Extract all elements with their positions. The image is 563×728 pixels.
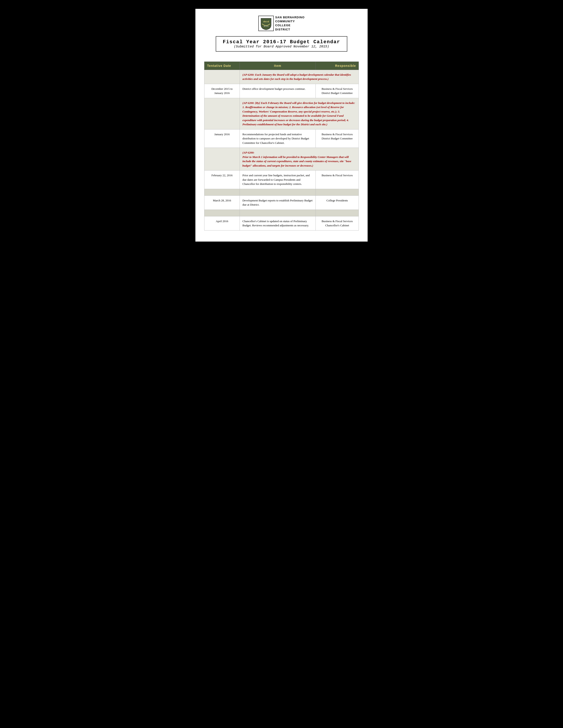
budget-table: Tentative Date Item Responsible (AP 6200… — [204, 62, 359, 231]
content-item-cell: Prior and current year line budgets, ins… — [240, 171, 316, 189]
org-name: San Bernardino Community College Distric… — [275, 15, 305, 32]
svg-text:sbccd: sbccd — [263, 20, 269, 23]
title-box: Fiscal Year 2016-17 Budget Calendar (Sub… — [216, 36, 347, 52]
content-date-cell: January 2016 — [204, 129, 240, 148]
table-row: March 28, 2016 Development Budget report… — [204, 195, 359, 210]
ap-item-cell: (AP 6200: Each January the Board will ad… — [240, 70, 359, 84]
logo-box: sbccd ★ ★ ★ — [258, 16, 274, 31]
ap-item-cell: (AP 6200:Prior to March 1 information wi… — [240, 148, 359, 171]
content-date-cell: April 2016 — [204, 216, 240, 230]
content-resp-cell: Business & Fiscal ServicesChancellor's C… — [316, 216, 359, 230]
table-row: (AP 6200: [By] Each February the Board w… — [204, 98, 359, 129]
empty-item-cell — [240, 210, 316, 216]
table-row: February 22, 2016 Prior and current year… — [204, 171, 359, 189]
table-row: (AP 6200:Prior to March 1 information wi… — [204, 148, 359, 171]
content-item-cell: Development Budget reports to establish … — [240, 195, 316, 210]
col-item-header: Item — [240, 62, 316, 70]
logo-icon: sbccd ★ ★ ★ — [259, 16, 273, 31]
table-row: December 2015 to January 2016 District o… — [204, 84, 359, 98]
empty-item-cell — [240, 189, 316, 195]
page-subtitle: (Submitted for Board Approved November 1… — [223, 45, 340, 49]
content-date-cell: March 28, 2016 — [204, 195, 240, 210]
header: sbccd ★ ★ ★ San Bernardino Community Col… — [204, 15, 359, 57]
content-date-cell: February 22, 2016 — [204, 171, 240, 189]
ap-item-cell: (AP 6200: [By] Each February the Board w… — [240, 98, 359, 129]
content-item-cell: Recommendations for projected funds and … — [240, 129, 316, 148]
ap-date-cell — [204, 98, 240, 129]
table-row: (AP 6200: Each January the Board will ad… — [204, 70, 359, 84]
table-row — [204, 210, 359, 216]
ap-date-cell — [204, 70, 240, 84]
empty-date-cell — [204, 210, 240, 216]
content-item-cell: District office development budget proce… — [240, 84, 316, 98]
table-row — [204, 189, 359, 195]
page-title: Fiscal Year 2016-17 Budget Calendar — [223, 39, 340, 45]
empty-resp-cell — [316, 210, 359, 216]
empty-resp-cell — [316, 189, 359, 195]
col-date-header: Tentative Date — [204, 62, 240, 70]
content-resp-cell: Business & Fiscal Services — [316, 171, 359, 189]
empty-date-cell — [204, 189, 240, 195]
col-resp-header: Responsible — [316, 62, 359, 70]
content-resp-cell: Business & Fiscal ServicesDistrict Budge… — [316, 84, 359, 98]
content-resp-cell: Business & Fiscal ServicesDistrict Budge… — [316, 129, 359, 148]
content-date-cell: December 2015 to January 2016 — [204, 84, 240, 98]
page: sbccd ★ ★ ★ San Bernardino Community Col… — [195, 9, 368, 242]
content-resp-cell: College Presidents — [316, 195, 359, 210]
table-row: January 2016 Recommendations for project… — [204, 129, 359, 148]
content-item-cell: Chancellor's Cabinet is updated on statu… — [240, 216, 316, 230]
table-row: April 2016 Chancellor's Cabinet is updat… — [204, 216, 359, 230]
table-header-row: Tentative Date Item Responsible — [204, 62, 359, 70]
ap-date-cell — [204, 148, 240, 171]
svg-text:★ ★ ★: ★ ★ ★ — [264, 25, 269, 27]
